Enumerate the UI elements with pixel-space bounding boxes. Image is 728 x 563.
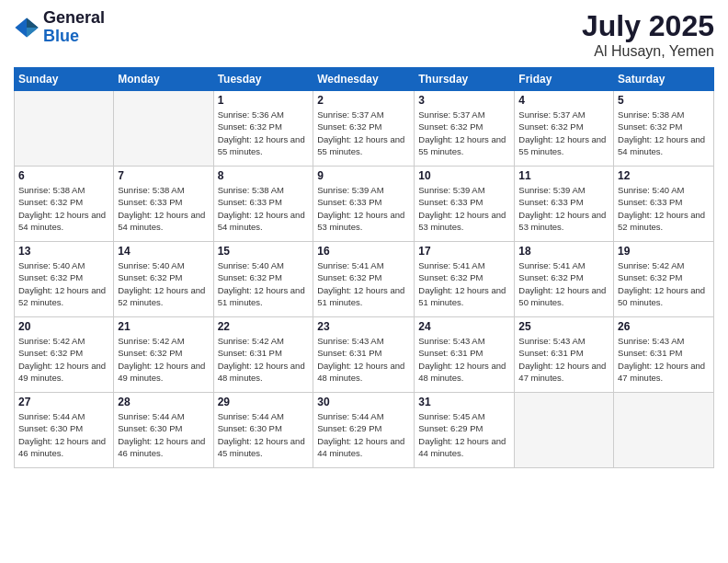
week-row-3: 13Sunrise: 5:40 AM Sunset: 6:32 PM Dayli… xyxy=(15,242,714,317)
day-info: Sunrise: 5:42 AM Sunset: 6:32 PM Dayligh… xyxy=(118,335,209,384)
day-info: Sunrise: 5:38 AM Sunset: 6:33 PM Dayligh… xyxy=(118,184,209,233)
calendar-cell: 22Sunrise: 5:42 AM Sunset: 6:31 PM Dayli… xyxy=(213,317,313,393)
calendar-cell: 27Sunrise: 5:44 AM Sunset: 6:30 PM Dayli… xyxy=(15,393,114,468)
calendar-cell xyxy=(15,91,114,167)
calendar-cell: 16Sunrise: 5:41 AM Sunset: 6:32 PM Dayli… xyxy=(313,242,415,317)
calendar-cell: 17Sunrise: 5:41 AM Sunset: 6:32 PM Dayli… xyxy=(415,242,515,317)
day-info: Sunrise: 5:42 AM Sunset: 6:31 PM Dayligh… xyxy=(218,335,310,384)
logo-blue: Blue xyxy=(43,27,79,45)
day-number: 7 xyxy=(118,169,209,182)
page: General Blue July 2025 Al Husayn, Yemen … xyxy=(0,0,728,563)
day-number: 8 xyxy=(218,169,310,182)
calendar-cell: 19Sunrise: 5:42 AM Sunset: 6:32 PM Dayli… xyxy=(614,242,714,317)
calendar-cell: 1Sunrise: 5:36 AM Sunset: 6:32 PM Daylig… xyxy=(213,91,313,167)
calendar-cell: 5Sunrise: 5:38 AM Sunset: 6:32 PM Daylig… xyxy=(614,91,714,167)
day-info: Sunrise: 5:40 AM Sunset: 6:33 PM Dayligh… xyxy=(618,184,710,233)
sub-title: Al Husayn, Yemen xyxy=(582,43,714,60)
calendar-cell: 9Sunrise: 5:39 AM Sunset: 6:33 PM Daylig… xyxy=(313,167,415,242)
day-info: Sunrise: 5:41 AM Sunset: 6:32 PM Dayligh… xyxy=(317,259,410,308)
calendar-cell: 13Sunrise: 5:40 AM Sunset: 6:32 PM Dayli… xyxy=(15,242,114,317)
day-number: 12 xyxy=(618,169,710,182)
day-info: Sunrise: 5:39 AM Sunset: 6:33 PM Dayligh… xyxy=(317,184,410,233)
day-number: 15 xyxy=(218,245,310,258)
calendar-cell xyxy=(515,393,614,468)
calendar-cell: 4Sunrise: 5:37 AM Sunset: 6:32 PM Daylig… xyxy=(515,91,614,167)
calendar-cell: 3Sunrise: 5:37 AM Sunset: 6:32 PM Daylig… xyxy=(415,91,515,167)
day-number: 11 xyxy=(518,169,609,182)
logo-general: General xyxy=(43,8,105,27)
day-info: Sunrise: 5:37 AM Sunset: 6:32 PM Dayligh… xyxy=(518,109,609,157)
day-info: Sunrise: 5:43 AM Sunset: 6:31 PM Dayligh… xyxy=(618,335,710,384)
calendar-header-saturday: Saturday xyxy=(614,68,714,91)
logo: General Blue xyxy=(14,9,105,46)
day-info: Sunrise: 5:39 AM Sunset: 6:33 PM Dayligh… xyxy=(518,184,609,233)
calendar-cell: 2Sunrise: 5:37 AM Sunset: 6:32 PM Daylig… xyxy=(313,91,415,167)
week-row-4: 20Sunrise: 5:42 AM Sunset: 6:32 PM Dayli… xyxy=(15,317,714,393)
title-block: July 2025 Al Husayn, Yemen xyxy=(582,9,714,60)
day-info: Sunrise: 5:40 AM Sunset: 6:32 PM Dayligh… xyxy=(18,259,109,308)
logo-text: General Blue xyxy=(43,9,105,46)
day-info: Sunrise: 5:44 AM Sunset: 6:30 PM Dayligh… xyxy=(218,410,310,459)
day-info: Sunrise: 5:42 AM Sunset: 6:32 PM Dayligh… xyxy=(618,259,710,308)
week-row-2: 6Sunrise: 5:38 AM Sunset: 6:32 PM Daylig… xyxy=(15,167,714,242)
day-info: Sunrise: 5:44 AM Sunset: 6:30 PM Dayligh… xyxy=(118,410,209,459)
day-number: 23 xyxy=(317,320,410,333)
calendar-cell: 28Sunrise: 5:44 AM Sunset: 6:30 PM Dayli… xyxy=(114,393,213,468)
calendar-cell xyxy=(614,393,714,468)
day-number: 19 xyxy=(618,245,710,258)
calendar-cell: 11Sunrise: 5:39 AM Sunset: 6:33 PM Dayli… xyxy=(515,167,614,242)
day-number: 28 xyxy=(118,396,209,408)
calendar-cell: 31Sunrise: 5:45 AM Sunset: 6:29 PM Dayli… xyxy=(415,393,515,468)
day-number: 10 xyxy=(418,169,510,182)
day-info: Sunrise: 5:40 AM Sunset: 6:32 PM Dayligh… xyxy=(118,259,209,308)
calendar-cell: 7Sunrise: 5:38 AM Sunset: 6:33 PM Daylig… xyxy=(114,167,213,242)
main-title: July 2025 xyxy=(582,9,714,43)
calendar-header-monday: Monday xyxy=(114,68,213,91)
day-number: 22 xyxy=(218,320,310,333)
day-info: Sunrise: 5:36 AM Sunset: 6:32 PM Dayligh… xyxy=(218,109,310,157)
day-info: Sunrise: 5:43 AM Sunset: 6:31 PM Dayligh… xyxy=(418,335,510,384)
day-number: 14 xyxy=(118,245,209,258)
calendar-header-wednesday: Wednesday xyxy=(313,68,415,91)
day-info: Sunrise: 5:41 AM Sunset: 6:32 PM Dayligh… xyxy=(518,259,609,308)
day-info: Sunrise: 5:38 AM Sunset: 6:33 PM Dayligh… xyxy=(218,184,310,233)
calendar-cell: 24Sunrise: 5:43 AM Sunset: 6:31 PM Dayli… xyxy=(415,317,515,393)
calendar: SundayMondayTuesdayWednesdayThursdayFrid… xyxy=(14,67,714,468)
day-number: 24 xyxy=(418,320,510,333)
calendar-header-thursday: Thursday xyxy=(415,68,515,91)
calendar-header-friday: Friday xyxy=(515,68,614,91)
svg-marker-2 xyxy=(27,28,39,38)
day-number: 3 xyxy=(418,94,510,107)
calendar-cell xyxy=(114,91,213,167)
week-row-1: 1Sunrise: 5:36 AM Sunset: 6:32 PM Daylig… xyxy=(15,91,714,167)
svg-marker-1 xyxy=(27,17,39,28)
day-number: 30 xyxy=(317,396,410,408)
day-number: 2 xyxy=(317,94,410,107)
day-number: 29 xyxy=(218,396,310,408)
calendar-cell: 29Sunrise: 5:44 AM Sunset: 6:30 PM Dayli… xyxy=(213,393,313,468)
calendar-cell: 6Sunrise: 5:38 AM Sunset: 6:32 PM Daylig… xyxy=(15,167,114,242)
day-info: Sunrise: 5:37 AM Sunset: 6:32 PM Dayligh… xyxy=(317,109,410,157)
day-info: Sunrise: 5:43 AM Sunset: 6:31 PM Dayligh… xyxy=(317,335,410,384)
calendar-cell: 15Sunrise: 5:40 AM Sunset: 6:32 PM Dayli… xyxy=(213,242,313,317)
day-info: Sunrise: 5:42 AM Sunset: 6:32 PM Dayligh… xyxy=(18,335,109,384)
day-number: 17 xyxy=(418,245,510,258)
calendar-cell: 26Sunrise: 5:43 AM Sunset: 6:31 PM Dayli… xyxy=(614,317,714,393)
day-number: 20 xyxy=(18,320,109,333)
calendar-cell: 14Sunrise: 5:40 AM Sunset: 6:32 PM Dayli… xyxy=(114,242,213,317)
week-row-5: 27Sunrise: 5:44 AM Sunset: 6:30 PM Dayli… xyxy=(15,393,714,468)
day-info: Sunrise: 5:44 AM Sunset: 6:30 PM Dayligh… xyxy=(18,410,109,459)
calendar-header-sunday: Sunday xyxy=(15,68,114,91)
day-number: 5 xyxy=(618,94,710,107)
calendar-header-row: SundayMondayTuesdayWednesdayThursdayFrid… xyxy=(15,68,714,91)
calendar-cell: 30Sunrise: 5:44 AM Sunset: 6:29 PM Dayli… xyxy=(313,393,415,468)
day-info: Sunrise: 5:43 AM Sunset: 6:31 PM Dayligh… xyxy=(518,335,609,384)
calendar-header-tuesday: Tuesday xyxy=(213,68,313,91)
day-number: 9 xyxy=(317,169,410,182)
day-number: 26 xyxy=(618,320,710,333)
day-info: Sunrise: 5:38 AM Sunset: 6:32 PM Dayligh… xyxy=(18,184,109,233)
day-number: 1 xyxy=(218,94,310,107)
logo-icon xyxy=(14,15,40,40)
calendar-cell: 20Sunrise: 5:42 AM Sunset: 6:32 PM Dayli… xyxy=(15,317,114,393)
day-number: 6 xyxy=(18,169,109,182)
